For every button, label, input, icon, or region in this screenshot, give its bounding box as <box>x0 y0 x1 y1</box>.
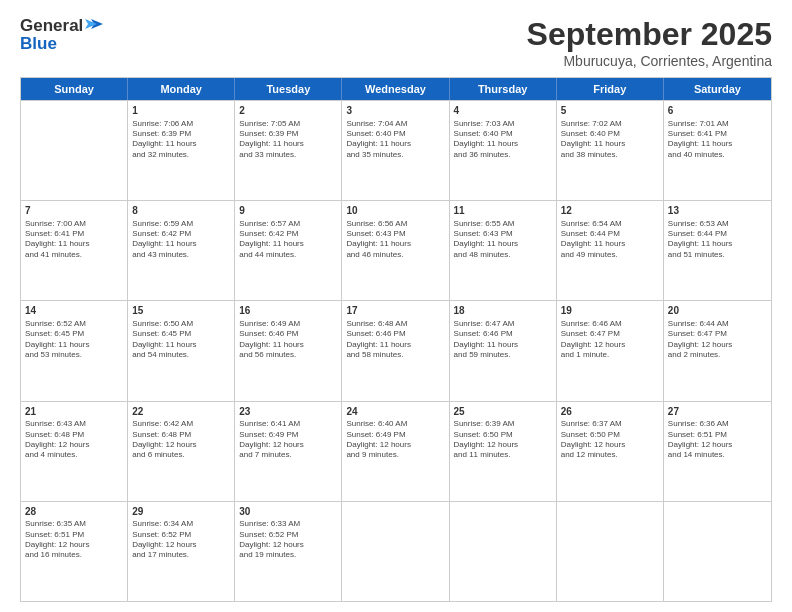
cell-day-number: 26 <box>561 405 659 419</box>
cell-info: Sunrise: 6:52 AM Sunset: 6:45 PM Dayligh… <box>25 319 123 361</box>
page: General Blue September 2025 Mburucuya, C… <box>0 0 792 612</box>
cell-day-number: 7 <box>25 204 123 218</box>
cell-info: Sunrise: 6:35 AM Sunset: 6:51 PM Dayligh… <box>25 519 123 561</box>
calendar-cell <box>450 502 557 601</box>
main-title: September 2025 <box>527 16 772 53</box>
logo-blue: Blue <box>20 34 57 54</box>
calendar-cell: 17Sunrise: 6:48 AM Sunset: 6:46 PM Dayli… <box>342 301 449 400</box>
cell-info: Sunrise: 6:56 AM Sunset: 6:43 PM Dayligh… <box>346 219 444 261</box>
cell-day-number: 24 <box>346 405 444 419</box>
calendar-cell <box>21 101 128 200</box>
calendar-cell: 10Sunrise: 6:56 AM Sunset: 6:43 PM Dayli… <box>342 201 449 300</box>
calendar-cell: 22Sunrise: 6:42 AM Sunset: 6:48 PM Dayli… <box>128 402 235 501</box>
cell-info: Sunrise: 7:04 AM Sunset: 6:40 PM Dayligh… <box>346 119 444 161</box>
calendar-row-4: 21Sunrise: 6:43 AM Sunset: 6:48 PM Dayli… <box>21 401 771 501</box>
cell-day-number: 18 <box>454 304 552 318</box>
calendar-cell <box>557 502 664 601</box>
logo-arrow-icon <box>85 17 103 31</box>
calendar-row-5: 28Sunrise: 6:35 AM Sunset: 6:51 PM Dayli… <box>21 501 771 601</box>
svg-marker-1 <box>85 19 97 29</box>
cell-info: Sunrise: 6:34 AM Sunset: 6:52 PM Dayligh… <box>132 519 230 561</box>
cell-day-number: 12 <box>561 204 659 218</box>
header-day-friday: Friday <box>557 78 664 100</box>
cell-day-number: 13 <box>668 204 767 218</box>
cell-info: Sunrise: 6:43 AM Sunset: 6:48 PM Dayligh… <box>25 419 123 461</box>
cell-day-number: 27 <box>668 405 767 419</box>
cell-day-number: 25 <box>454 405 552 419</box>
cell-day-number: 16 <box>239 304 337 318</box>
cell-info: Sunrise: 7:06 AM Sunset: 6:39 PM Dayligh… <box>132 119 230 161</box>
calendar-header: SundayMondayTuesdayWednesdayThursdayFrid… <box>21 78 771 100</box>
cell-info: Sunrise: 6:42 AM Sunset: 6:48 PM Dayligh… <box>132 419 230 461</box>
header-day-thursday: Thursday <box>450 78 557 100</box>
title-block: September 2025 Mburucuya, Corrientes, Ar… <box>527 16 772 69</box>
calendar-cell: 9Sunrise: 6:57 AM Sunset: 6:42 PM Daylig… <box>235 201 342 300</box>
calendar-cell: 28Sunrise: 6:35 AM Sunset: 6:51 PM Dayli… <box>21 502 128 601</box>
header: General Blue September 2025 Mburucuya, C… <box>20 16 772 69</box>
header-day-sunday: Sunday <box>21 78 128 100</box>
cell-info: Sunrise: 6:37 AM Sunset: 6:50 PM Dayligh… <box>561 419 659 461</box>
logo-general: General <box>20 16 103 36</box>
cell-info: Sunrise: 7:03 AM Sunset: 6:40 PM Dayligh… <box>454 119 552 161</box>
cell-info: Sunrise: 6:41 AM Sunset: 6:49 PM Dayligh… <box>239 419 337 461</box>
cell-info: Sunrise: 6:44 AM Sunset: 6:47 PM Dayligh… <box>668 319 767 361</box>
calendar-cell: 27Sunrise: 6:36 AM Sunset: 6:51 PM Dayli… <box>664 402 771 501</box>
calendar-cell: 3Sunrise: 7:04 AM Sunset: 6:40 PM Daylig… <box>342 101 449 200</box>
calendar-cell: 6Sunrise: 7:01 AM Sunset: 6:41 PM Daylig… <box>664 101 771 200</box>
cell-day-number: 6 <box>668 104 767 118</box>
logo: General Blue <box>20 16 103 54</box>
cell-info: Sunrise: 6:40 AM Sunset: 6:49 PM Dayligh… <box>346 419 444 461</box>
cell-info: Sunrise: 6:47 AM Sunset: 6:46 PM Dayligh… <box>454 319 552 361</box>
cell-day-number: 21 <box>25 405 123 419</box>
calendar-cell: 12Sunrise: 6:54 AM Sunset: 6:44 PM Dayli… <box>557 201 664 300</box>
cell-info: Sunrise: 6:53 AM Sunset: 6:44 PM Dayligh… <box>668 219 767 261</box>
cell-info: Sunrise: 6:57 AM Sunset: 6:42 PM Dayligh… <box>239 219 337 261</box>
calendar-cell: 2Sunrise: 7:05 AM Sunset: 6:39 PM Daylig… <box>235 101 342 200</box>
cell-day-number: 4 <box>454 104 552 118</box>
calendar-cell: 29Sunrise: 6:34 AM Sunset: 6:52 PM Dayli… <box>128 502 235 601</box>
cell-info: Sunrise: 6:54 AM Sunset: 6:44 PM Dayligh… <box>561 219 659 261</box>
cell-info: Sunrise: 6:48 AM Sunset: 6:46 PM Dayligh… <box>346 319 444 361</box>
calendar-body: 1Sunrise: 7:06 AM Sunset: 6:39 PM Daylig… <box>21 100 771 601</box>
calendar-cell: 1Sunrise: 7:06 AM Sunset: 6:39 PM Daylig… <box>128 101 235 200</box>
calendar-row-1: 1Sunrise: 7:06 AM Sunset: 6:39 PM Daylig… <box>21 100 771 200</box>
cell-info: Sunrise: 7:05 AM Sunset: 6:39 PM Dayligh… <box>239 119 337 161</box>
cell-day-number: 23 <box>239 405 337 419</box>
cell-info: Sunrise: 6:55 AM Sunset: 6:43 PM Dayligh… <box>454 219 552 261</box>
cell-info: Sunrise: 6:33 AM Sunset: 6:52 PM Dayligh… <box>239 519 337 561</box>
cell-info: Sunrise: 6:49 AM Sunset: 6:46 PM Dayligh… <box>239 319 337 361</box>
calendar-cell: 25Sunrise: 6:39 AM Sunset: 6:50 PM Dayli… <box>450 402 557 501</box>
cell-day-number: 19 <box>561 304 659 318</box>
calendar-row-2: 7Sunrise: 7:00 AM Sunset: 6:41 PM Daylig… <box>21 200 771 300</box>
header-day-tuesday: Tuesday <box>235 78 342 100</box>
cell-day-number: 3 <box>346 104 444 118</box>
cell-info: Sunrise: 7:02 AM Sunset: 6:40 PM Dayligh… <box>561 119 659 161</box>
calendar-cell: 24Sunrise: 6:40 AM Sunset: 6:49 PM Dayli… <box>342 402 449 501</box>
calendar-cell <box>664 502 771 601</box>
header-day-saturday: Saturday <box>664 78 771 100</box>
calendar-cell: 11Sunrise: 6:55 AM Sunset: 6:43 PM Dayli… <box>450 201 557 300</box>
calendar-cell: 13Sunrise: 6:53 AM Sunset: 6:44 PM Dayli… <box>664 201 771 300</box>
cell-info: Sunrise: 6:46 AM Sunset: 6:47 PM Dayligh… <box>561 319 659 361</box>
cell-day-number: 29 <box>132 505 230 519</box>
calendar-cell: 16Sunrise: 6:49 AM Sunset: 6:46 PM Dayli… <box>235 301 342 400</box>
calendar-cell <box>342 502 449 601</box>
calendar-cell: 19Sunrise: 6:46 AM Sunset: 6:47 PM Dayli… <box>557 301 664 400</box>
calendar-cell: 4Sunrise: 7:03 AM Sunset: 6:40 PM Daylig… <box>450 101 557 200</box>
cell-day-number: 20 <box>668 304 767 318</box>
cell-day-number: 22 <box>132 405 230 419</box>
cell-info: Sunrise: 6:59 AM Sunset: 6:42 PM Dayligh… <box>132 219 230 261</box>
calendar-cell: 7Sunrise: 7:00 AM Sunset: 6:41 PM Daylig… <box>21 201 128 300</box>
calendar: SundayMondayTuesdayWednesdayThursdayFrid… <box>20 77 772 602</box>
cell-day-number: 14 <box>25 304 123 318</box>
cell-day-number: 28 <box>25 505 123 519</box>
calendar-cell: 15Sunrise: 6:50 AM Sunset: 6:45 PM Dayli… <box>128 301 235 400</box>
cell-day-number: 8 <box>132 204 230 218</box>
calendar-cell: 21Sunrise: 6:43 AM Sunset: 6:48 PM Dayli… <box>21 402 128 501</box>
calendar-cell: 14Sunrise: 6:52 AM Sunset: 6:45 PM Dayli… <box>21 301 128 400</box>
cell-day-number: 10 <box>346 204 444 218</box>
cell-info: Sunrise: 7:01 AM Sunset: 6:41 PM Dayligh… <box>668 119 767 161</box>
cell-day-number: 11 <box>454 204 552 218</box>
cell-day-number: 5 <box>561 104 659 118</box>
cell-day-number: 9 <box>239 204 337 218</box>
